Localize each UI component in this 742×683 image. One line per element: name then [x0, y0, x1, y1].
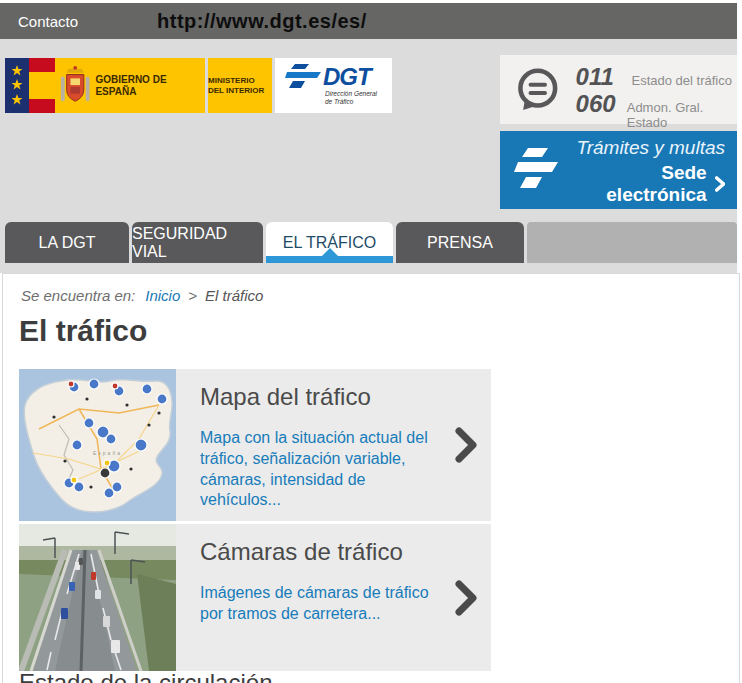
- card-title: Mapa del tráfico: [200, 383, 433, 411]
- dgt-subtitle-line1: Dirección General: [325, 90, 392, 98]
- dgt-subtitle-line2: de Tráfico: [325, 98, 392, 106]
- breadcrumb-prefix: Se encuentra en:: [21, 287, 135, 304]
- svg-text:España: España: [93, 450, 122, 456]
- dgt-logo[interactable]: DGT Dirección General de Tráfico: [275, 58, 392, 113]
- phone-row-011: 011 Estado del tráfico: [576, 63, 737, 90]
- sede-label: Sede electrónica: [576, 162, 707, 206]
- address-url[interactable]: http://www.dgt.es/es/: [157, 10, 367, 33]
- active-tab-underline: [266, 256, 393, 263]
- phone-info-box: 011 Estado del tráfico 060 Admon. Gral. …: [500, 55, 737, 124]
- chevron-right-icon: [715, 175, 725, 193]
- tab-seguridad-vial[interactable]: SEGURIDAD VIAL: [132, 222, 263, 263]
- main-navigation: LA DGT SEGURIDAD VIAL EL TRÁFICO PRENSA: [5, 222, 737, 263]
- phone-label-011: Estado del tráfico: [632, 73, 732, 88]
- phone-number-011: 011: [576, 63, 632, 91]
- government-logo[interactable]: GOBIERNO DE ESPAÑA MINISTERIO DEL INTERI…: [5, 58, 392, 113]
- chevron-right-icon[interactable]: [455, 580, 477, 616]
- top-bar: Contacto http://www.dgt.es/es/: [0, 3, 737, 39]
- breadcrumb-current: El tráfico: [205, 287, 263, 304]
- card-description: Imágenes de cámaras de tráfico por tramo…: [200, 583, 433, 625]
- tramites-label: Trámites y multas: [576, 134, 725, 163]
- sede-electronica-banner[interactable]: Trámites y multas Sede electrónica: [500, 131, 737, 209]
- phone-row-060: 060 Admon. Gral. Estado: [576, 90, 737, 117]
- breadcrumb-home-link[interactable]: Inicio: [145, 287, 180, 304]
- tab-prensa[interactable]: PRENSA: [396, 222, 524, 263]
- breadcrumb: Se encuentra en:Inicio>El tráfico: [21, 287, 263, 304]
- dgt-mark-white-icon: [514, 146, 560, 194]
- card-body: Cámaras de tráfico Imágenes de cámaras d…: [176, 524, 491, 671]
- section-title-estado-circulacion: Estado de la circulación: [19, 669, 272, 683]
- highway-camera-thumbnail: [19, 524, 176, 671]
- dgt-mark-icon: [285, 64, 323, 90]
- dgt-wordmark: DGT: [323, 65, 371, 89]
- ministerio-block: MINISTERIO DEL INTERIOR: [208, 58, 272, 113]
- card-description: Mapa con la situación actual del tráfico…: [200, 428, 433, 511]
- card-camaras-de-trafico[interactable]: Cámaras de tráfico Imágenes de cámaras d…: [19, 524, 491, 671]
- spain-flag-icon: [29, 58, 55, 113]
- gobierno-label: GOBIERNO DE ESPAÑA: [95, 74, 205, 98]
- card-body: Mapa del tráfico Mapa con la situación a…: [176, 369, 491, 521]
- phone-number-060: 060: [576, 90, 627, 118]
- tabbar-filler: [527, 222, 737, 263]
- card-mapa-del-trafico[interactable]: España Mapa del tráfico Mapa con la situ…: [19, 369, 491, 521]
- tab-el-trafico[interactable]: EL TRÁFICO: [266, 222, 393, 263]
- dgt-homepage: Contacto http://www.dgt.es/es/: [0, 0, 742, 683]
- active-tab-notch: [322, 248, 338, 256]
- card-title: Cámaras de tráfico: [200, 538, 433, 566]
- chevron-right-icon[interactable]: [455, 427, 477, 463]
- gobierno-block: GOBIERNO DE ESPAÑA: [55, 58, 205, 113]
- page-title: El tráfico: [19, 314, 147, 348]
- contact-link[interactable]: Contacto: [18, 13, 78, 30]
- eu-stars-icon: [5, 58, 29, 113]
- phone-label-060: Admon. Gral. Estado: [627, 100, 737, 130]
- header: GOBIERNO DE ESPAÑA MINISTERIO DEL INTERI…: [0, 39, 737, 273]
- breadcrumb-separator: >: [188, 287, 197, 304]
- ministerio-label: MINISTERIO DEL INTERIOR: [208, 76, 272, 96]
- tab-la-dgt[interactable]: LA DGT: [5, 222, 129, 263]
- speech-bubble-icon: [514, 64, 562, 116]
- spain-traffic-map-thumbnail: España: [19, 369, 176, 521]
- main-content: Se encuentra en:Inicio>El tráfico El trá…: [2, 273, 740, 683]
- coat-of-arms-icon: [59, 64, 91, 108]
